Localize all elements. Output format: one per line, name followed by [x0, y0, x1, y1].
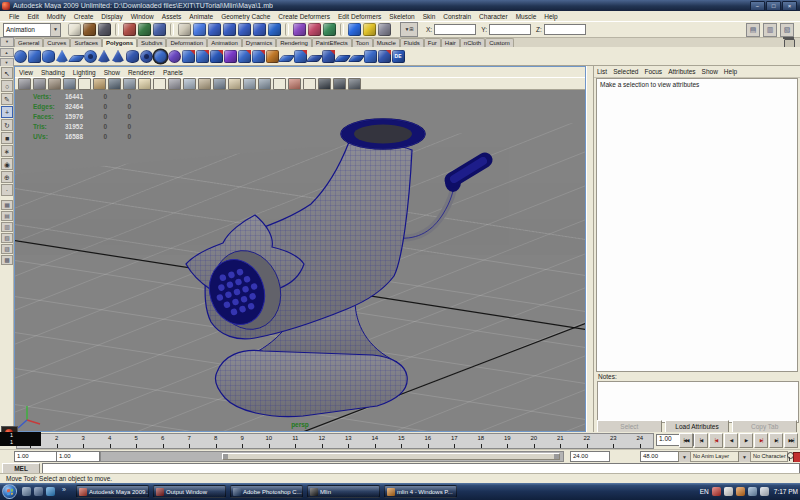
viewport-menu-item[interactable]: View: [15, 69, 37, 76]
safe-action-icon[interactable]: [243, 78, 256, 90]
menu-item[interactable]: Geometry Cache: [217, 13, 274, 20]
select-by-component-icon[interactable]: [153, 23, 166, 36]
save-scene-icon[interactable]: [98, 23, 111, 36]
lasso-tool[interactable]: ○: [1, 80, 13, 92]
poly-prism-icon[interactable]: [98, 50, 111, 63]
playback-start-field[interactable]: 1.00: [56, 451, 100, 462]
menu-set-selector[interactable]: Animation: [3, 23, 61, 37]
select-by-hierarchy-icon[interactable]: [123, 23, 136, 36]
shelf-tab[interactable]: Curves: [43, 38, 70, 47]
snap-to-points-icon[interactable]: [238, 23, 251, 36]
isolate-select-icon[interactable]: [288, 78, 301, 90]
merge-vertex-icon[interactable]: [364, 50, 377, 63]
notes-input[interactable]: [597, 381, 799, 423]
frame-tick[interactable]: 5: [123, 434, 150, 448]
range-handle-left[interactable]: [223, 454, 228, 459]
make-live-icon[interactable]: [268, 23, 281, 36]
viewport-menu-item[interactable]: Show: [100, 69, 124, 76]
shelf-tab[interactable]: Deformation: [166, 38, 207, 47]
frame-tick[interactable]: 24: [627, 434, 654, 448]
exposure-icon[interactable]: [348, 78, 361, 90]
frame-tick[interactable]: 15: [388, 434, 415, 448]
viewport-menu-item[interactable]: Renderer: [124, 69, 159, 76]
open-scene-icon[interactable]: [83, 23, 96, 36]
poly-plane-icon[interactable]: [67, 55, 85, 62]
shelf-tab[interactable]: General: [14, 38, 43, 47]
safe-title-icon[interactable]: [258, 78, 271, 90]
menu-item[interactable]: Constrain: [439, 13, 475, 20]
quick-launch-overflow[interactable]: »: [62, 486, 66, 493]
poly-pipe-icon[interactable]: [126, 50, 139, 63]
step-back-key-button[interactable]: |◀: [709, 433, 723, 448]
bridge-icon[interactable]: [294, 50, 307, 63]
shelf-tab[interactable]: Hair: [441, 38, 460, 47]
current-frame-indicator[interactable]: 1 1: [0, 432, 41, 446]
poly-helix-icon[interactable]: [140, 50, 153, 63]
go-to-end-button[interactable]: ▶▶|: [784, 433, 798, 448]
tray-app-icon[interactable]: [736, 487, 745, 496]
minimize-button[interactable]: −: [750, 1, 765, 11]
platonic-solids-icon[interactable]: [168, 50, 181, 63]
selection-mask-icon[interactable]: ▼⊞: [400, 22, 418, 37]
highlight-selection-icon[interactable]: [193, 23, 206, 36]
render-current-frame-icon[interactable]: [348, 23, 361, 36]
select-tool[interactable]: ↖: [1, 67, 13, 79]
shelf-tab[interactable]: Dynamics: [242, 38, 276, 47]
poly-cone-icon[interactable]: [56, 50, 69, 63]
menu-item[interactable]: Muscle: [512, 13, 541, 20]
volume-tray-icon[interactable]: [760, 487, 769, 496]
wireframe-icon[interactable]: [93, 78, 106, 90]
shelf-tab[interactable]: PaintEffects: [312, 38, 352, 47]
shelf-tab[interactable]: Fluids: [400, 38, 424, 47]
network-tray-icon[interactable]: [748, 487, 757, 496]
extrude-icon[interactable]: [277, 55, 295, 62]
film-gate-icon[interactable]: [183, 78, 196, 90]
move-tool[interactable]: +: [1, 106, 13, 118]
ipr-render-icon[interactable]: [363, 23, 376, 36]
last-tool[interactable]: ·: [1, 184, 13, 196]
shelf-menu-button[interactable]: ▼: [0, 37, 14, 47]
menu-item[interactable]: Display: [97, 13, 126, 20]
attribute-editor-menu-item[interactable]: Show: [699, 68, 721, 75]
separator[interactable]: [78, 78, 91, 90]
shelf-tab[interactable]: Toon: [352, 38, 373, 47]
triangulate-icon[interactable]: [238, 50, 251, 63]
resolution-gate-icon[interactable]: [198, 78, 211, 90]
layout-persp-outliner[interactable]: ▥: [1, 222, 13, 232]
frame-tick[interactable]: 8: [203, 434, 230, 448]
menu-item[interactable]: Edit: [23, 13, 42, 20]
show-channel-box-toggle[interactable]: ▧: [780, 23, 794, 37]
frame-tick[interactable]: 12: [309, 434, 336, 448]
coordinate-input[interactable]: [434, 24, 476, 35]
show-attribute-editor-toggle[interactable]: ▤: [746, 23, 760, 37]
layout-hypershade[interactable]: ▨: [1, 244, 13, 254]
rotate-tool[interactable]: ↻: [1, 119, 13, 131]
frame-tick[interactable]: 6: [150, 434, 177, 448]
separator[interactable]: [285, 23, 289, 36]
menu-item[interactable]: Character: [475, 13, 512, 20]
animation-end-field[interactable]: 48.00: [640, 451, 680, 462]
smooth-shade-icon[interactable]: [108, 78, 121, 90]
start-button[interactable]: [2, 484, 17, 499]
poly-torus-icon[interactable]: [84, 50, 97, 63]
taskbar-button[interactable]: Output Window: [153, 485, 226, 498]
poly-pyramid-icon[interactable]: [112, 50, 125, 63]
play-forwards-button[interactable]: ▶: [739, 433, 753, 448]
internet-explorer-icon[interactable]: [46, 487, 55, 496]
step-forward-key-button[interactable]: ▶|: [754, 433, 768, 448]
separator[interactable]: [340, 23, 344, 36]
show-manipulator-tool[interactable]: ⊕: [1, 171, 13, 183]
coordinate-input[interactable]: [489, 24, 531, 35]
menu-item[interactable]: Window: [127, 13, 158, 20]
universal-manipulator-tool[interactable]: ∗: [1, 145, 13, 157]
separator[interactable]: [153, 78, 166, 90]
poly-cube-icon[interactable]: [28, 50, 41, 63]
append-polygon-icon[interactable]: [305, 55, 323, 62]
menu-item[interactable]: Create: [70, 13, 98, 20]
separator[interactable]: [170, 23, 174, 36]
new-scene-icon[interactable]: [68, 23, 81, 36]
show-tool-settings-toggle[interactable]: ▥: [763, 23, 777, 37]
menu-item[interactable]: Animate: [185, 13, 217, 20]
play-backwards-button[interactable]: ◀: [724, 433, 738, 448]
frame-tick[interactable]: 13: [335, 434, 362, 448]
